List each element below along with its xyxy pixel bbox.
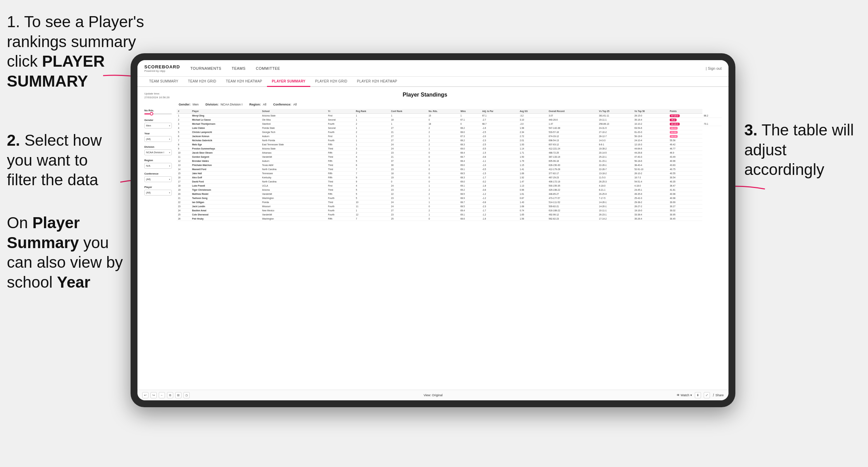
sidebar-player-control[interactable]: (All) ▾ [144,190,172,196]
filter-region: Region: All [249,103,267,106]
download-btn[interactable]: ⬇ [695,392,701,398]
table-cell: 3.10 [519,118,547,122]
table-cell: Wenyi Ding [191,114,261,118]
table-cell: 25 [390,217,427,221]
table-cell: 69.2 [459,188,481,192]
table-cell: 22 [390,192,427,196]
col-adj: Adj. to Par [481,109,518,114]
col-vs25: Vs Top 25 [598,109,633,114]
table-row: 24Bastien AmatNew MexicoFourth127269.4-1… [177,209,722,213]
sub-nav-team-h2h-grid[interactable]: TEAM H2H GRID [183,77,221,87]
table-cell: 412-221-24 [547,147,598,151]
table-cell: 406-172-16 [547,180,598,184]
table-cell: 24 [390,200,427,204]
table-cell: 18 [427,122,459,126]
table-cell: Ian Gilligan [191,200,261,204]
tablet-screen: SCOREBOARD Powered by clipp TOURNAMENTS … [137,60,728,400]
table-cell: Arizona State [261,114,327,118]
col-overall: Overall Record [547,109,598,114]
table-cell: 0 [427,176,459,180]
watch-btn[interactable]: 👁 Watch ▾ [677,393,692,397]
table-cell: 28-15-0 [633,114,668,118]
nav-tournaments[interactable]: TOURNAMENTS [190,65,221,72]
expand-btn[interactable]: ⤢ [704,392,710,398]
table-cell: 0 [427,118,459,122]
table-cell: 22-26-1 [598,163,633,167]
undo-btn[interactable]: ↩ [142,392,148,398]
sidebar-gender-value: Men [146,124,151,127]
table-cell: 12-16-3 [633,143,668,147]
points-badge: 22-22-0 [670,123,680,125]
table-cell: 698-54-13 [547,138,598,143]
table-cell: 2 [427,209,459,213]
table-cell: 68.5 [459,171,481,176]
table-cell: 6 [355,163,390,167]
table-cell: 26-23-1 [598,213,633,217]
redo-btn[interactable]: ↪ [151,392,157,398]
table-cell: 1 [355,143,390,147]
sidebar-division-section: Division NCAA Division I ▾ [144,145,172,155]
table-cell: 50-19-9 [633,134,668,138]
table-cell: Fourth [327,209,355,213]
table-cell: -2.5 [481,130,518,134]
table-cell: 18 [177,184,191,188]
chevron-down-icon: ▾ [169,124,170,127]
table-cell: Mats Ege [191,143,261,147]
slider-track[interactable] [144,113,172,114]
sidebar-division-control[interactable]: NCAA Division I ▾ [144,149,172,155]
table-cell: 35-26-4 [633,217,668,221]
filter-region-value: All [263,103,266,106]
table-cell: 23 [390,167,427,171]
table-cell: 23 [390,213,427,217]
toolbar-center: View: Original [424,393,443,397]
table-cell: 12 [355,213,390,217]
clock-btn[interactable]: ◷ [183,392,190,398]
table-cell: 16 [177,176,191,180]
table-cell: 22 [177,200,191,204]
table-cell: Tennessee [261,171,327,176]
table-cell: 605-96-18 [547,159,598,163]
table-cell: Third [327,200,355,204]
table-cell: 68.2 [459,126,481,130]
table-cell: 5 [355,188,390,192]
sub-nav-player-h2h-heatmap[interactable]: PLAYER H2H HEATMAP [352,77,402,87]
table-cell: 21 [390,155,427,159]
sidebar-region-control[interactable]: N/A ▾ [144,163,172,169]
table-cell: 628-150-30 [547,163,598,167]
sidebar-conference-control[interactable]: (All) ▾ [144,176,172,182]
table-cell: 54-51-4 [633,180,668,184]
table-cell: 1 [427,184,459,188]
table-cell: Jake Hall [191,171,261,176]
table-cell: Fourth [327,130,355,134]
sidebar-year-control[interactable]: (All) ▾ [144,136,172,142]
table-cell: 607-63-12 [547,143,598,147]
toolbar-left: ↩ ↪ ← ⧉ ⊞ ◷ [142,392,190,398]
table-cell: 69.1 [459,213,481,217]
sidebar-gender-control[interactable]: Men ▾ [144,123,172,129]
table-cell: 47-40-3 [633,155,668,159]
table-cell: Washington [261,196,327,200]
sub-nav-player-h2h-grid[interactable]: PLAYER H2H GRID [310,77,352,87]
grid-btn[interactable]: ⊞ [175,392,181,398]
table-cell: 22-22-0 [668,122,702,126]
copy-btn[interactable]: ⧉ [167,392,173,398]
table-cell: 1 [355,209,390,213]
table-cell: 68.6 [459,217,481,221]
back-btn[interactable]: ← [159,392,165,398]
points-near-badge: 58.18 [670,135,678,138]
table-cell: -1.6 [481,126,518,130]
table-cell: 20 [177,192,191,196]
table-cell: 26-10-2 [633,171,668,176]
table-cell: 68.0 [459,130,481,134]
sub-nav-team-summary[interactable]: TEAM SUMMARY [144,77,183,87]
sub-nav-player-summary[interactable]: PLAYER SUMMARY [267,77,310,87]
table-cell: 19-39-2 [598,147,633,151]
nav-sign-out[interactable]: | Sign out [706,66,722,70]
table-cell: 30.54 [668,176,702,180]
nav-committee[interactable]: COMMITTEE [256,65,280,72]
sub-nav-team-h2h-heatmap[interactable]: TEAM H2H HEATMAP [221,77,267,87]
slider-fill [144,113,150,114]
share-btn[interactable]: ⤴ Share [713,393,724,397]
nav-teams[interactable]: TEAMS [232,65,245,72]
filter-conference-label: Conference: [273,103,291,106]
